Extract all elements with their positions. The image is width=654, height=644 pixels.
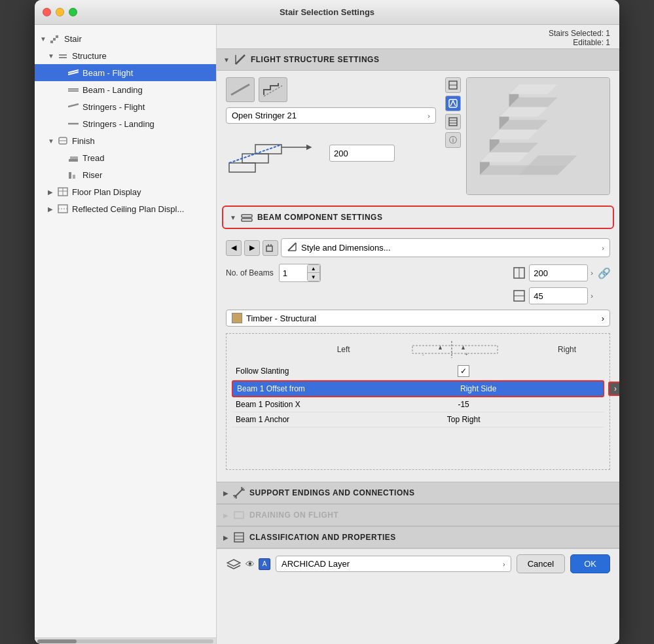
sidebar-item-finish[interactable]: ▼ Finish xyxy=(35,132,216,149)
sidebar-item-riser[interactable]: Riser xyxy=(35,166,216,183)
svg-rect-20 xyxy=(58,205,67,213)
right-label: Right xyxy=(558,345,576,354)
sidebar-item-beam-flight[interactable]: Beam - Flight xyxy=(35,64,216,81)
no-of-beams-input[interactable] xyxy=(280,266,307,280)
structure-icon xyxy=(57,50,69,62)
classification-icon xyxy=(232,531,245,544)
link-icon: 🔗 xyxy=(598,262,610,283)
info-button[interactable]: ⓘ xyxy=(445,132,461,148)
classification-title: CLASSIFICATION AND PROPERTIES xyxy=(249,533,396,542)
style-icon xyxy=(287,241,297,254)
svg-rect-26 xyxy=(229,163,255,172)
maximize-button[interactable] xyxy=(69,8,77,16)
close-button[interactable] xyxy=(43,8,51,16)
structure-arrow: ▼ xyxy=(48,52,57,60)
riser-label: Riser xyxy=(82,170,102,180)
view-button-1[interactable] xyxy=(445,77,461,93)
layer-dropdown[interactable]: ARCHICAD Layer › xyxy=(276,556,511,572)
material-label: Timber - Structural xyxy=(246,313,316,323)
sidebar: ▼ Stair ▼ xyxy=(35,25,217,644)
draining-title: DRAINING ON FLIGHT xyxy=(249,510,338,520)
dim1-arrow[interactable]: › xyxy=(590,269,593,277)
floor-plan-label: Floor Plan Display xyxy=(72,187,141,197)
stringers-landing-icon xyxy=(67,118,79,130)
beam-offset-label: Beam 1 Offset from xyxy=(237,384,357,393)
dim2-icon xyxy=(512,289,526,303)
beam-component-arrow: ▼ xyxy=(230,214,236,221)
beam-flight-icon xyxy=(67,67,79,79)
stairs-selected: Stairs Selected: 1 xyxy=(226,29,610,38)
tread-label: Tread xyxy=(82,153,104,163)
sidebar-item-structure[interactable]: ▼ Structure xyxy=(35,47,216,64)
sidebar-scrollbar[interactable] xyxy=(35,637,216,644)
stair-arrow: ▼ xyxy=(40,35,49,43)
view-button-3[interactable] xyxy=(445,114,461,130)
svg-marker-68 xyxy=(439,346,442,349)
stringer-dropdown[interactable]: Open Stringer 21 › xyxy=(226,107,436,124)
window-body: ▼ Stair ▼ xyxy=(35,25,619,644)
dim2-arrow[interactable]: › xyxy=(590,292,593,300)
beam-anchor-label: Beam 1 Anchor xyxy=(236,415,327,424)
stringers-landing-label: Stringers - Landing xyxy=(82,119,154,129)
beam-component-header[interactable]: ▼ BEAM COMPONENT SETTINGS xyxy=(222,206,614,229)
view-button-2[interactable] xyxy=(445,96,461,111)
flight-structure-header[interactable]: ▼ FLIGHT STRUCTURE SETTINGS xyxy=(217,48,619,71)
window-controls xyxy=(43,8,77,16)
prev-beam-button[interactable]: ◀ xyxy=(226,240,242,256)
svg-rect-54 xyxy=(266,246,272,251)
beam-offset-row[interactable]: Beam 1 Offset from Right Side › Center L… xyxy=(232,380,604,397)
empty-table-space xyxy=(232,427,604,467)
svg-rect-3 xyxy=(59,54,67,56)
eye-icon[interactable]: 👁 xyxy=(245,559,255,569)
edit-beam-button[interactable] xyxy=(263,240,278,256)
svg-rect-0 xyxy=(50,41,53,43)
finish-arrow: ▼ xyxy=(48,137,57,145)
material-dropdown[interactable]: Timber - Structural › xyxy=(226,310,610,327)
draining-icon xyxy=(232,509,245,522)
beam-offset-dropdown-btn[interactable]: › xyxy=(608,382,619,396)
stringers-flight-label: Stringers - Flight xyxy=(82,102,145,112)
stepper-up[interactable]: ▲ xyxy=(308,265,319,273)
beam-component-title: BEAM COMPONENT SETTINGS xyxy=(257,213,383,222)
stringer-icon-flat[interactable] xyxy=(226,77,255,102)
classification-arrow: ▶ xyxy=(223,534,228,541)
floor-plan-icon xyxy=(57,186,69,198)
sidebar-item-tread[interactable]: Tread xyxy=(35,149,216,166)
left-label: Left xyxy=(337,345,350,354)
sidebar-item-floor-plan[interactable]: ▶ Floor Plan Display xyxy=(35,183,216,200)
sidebar-item-reflected[interactable]: ▶ Reflected Ceiling Plan Displ... xyxy=(35,200,216,217)
ok-button[interactable]: OK xyxy=(570,554,610,573)
layer-dropdown-label: ARCHICAD Layer xyxy=(282,559,350,569)
dim2-input[interactable] xyxy=(529,287,588,304)
dim1-input[interactable] xyxy=(529,264,588,281)
svg-rect-52 xyxy=(242,215,252,217)
sidebar-item-stair[interactable]: ▼ Stair xyxy=(35,30,216,47)
draining-arrow: ▶ xyxy=(223,512,228,519)
follow-slanting-checkbox[interactable]: ✓ xyxy=(458,365,469,377)
classification-header[interactable]: ▶ CLASSIFICATION AND PROPERTIES xyxy=(217,526,619,548)
offset-input[interactable] xyxy=(329,145,395,162)
support-title: SUPPORT ENDINGS AND CONNECTIONS xyxy=(249,488,414,497)
draining-header: ▶ DRAINING ON FLIGHT xyxy=(217,504,619,526)
sidebar-item-stringers-landing[interactable]: Stringers - Landing xyxy=(35,115,216,132)
stepper-down[interactable]: ▼ xyxy=(308,273,319,281)
cancel-button[interactable]: Cancel xyxy=(517,554,565,573)
next-beam-button[interactable]: ▶ xyxy=(244,240,260,256)
beam-position-value: -15 xyxy=(327,400,600,409)
reflected-label: Reflected Ceiling Plan Displ... xyxy=(72,204,184,214)
window-title: Stair Selection Settings xyxy=(280,7,374,17)
support-icon xyxy=(232,486,245,499)
support-endings-header[interactable]: ▶ SUPPORT ENDINGS AND CONNECTIONS xyxy=(217,482,619,504)
style-dropdown[interactable]: Style and Dimensions... › xyxy=(281,238,610,257)
sidebar-item-beam-landing[interactable]: Beam - Landing xyxy=(35,81,216,98)
tread-icon xyxy=(67,152,79,164)
lr-diagram: - + xyxy=(409,338,501,361)
material-chevron: › xyxy=(602,313,604,323)
no-of-beams-stepper[interactable]: ▲ ▼ xyxy=(307,264,320,281)
beam-landing-label: Beam - Landing xyxy=(82,85,143,95)
stringer-icon-step[interactable] xyxy=(259,77,287,102)
stair-3d-svg xyxy=(467,78,609,194)
svg-rect-15 xyxy=(69,172,71,179)
sidebar-item-stringers-flight[interactable]: Stringers - Flight xyxy=(35,98,216,115)
minimize-button[interactable] xyxy=(56,8,64,16)
